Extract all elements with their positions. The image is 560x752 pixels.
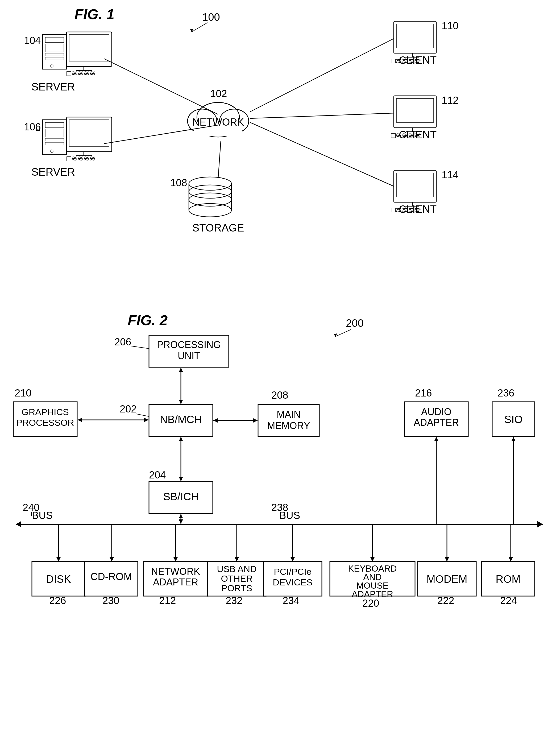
svg-point-50 [189,203,232,217]
svg-text:MEMORY: MEMORY [267,420,310,431]
svg-line-2 [192,23,207,32]
svg-marker-124 [179,477,183,481]
svg-text:CLIENT: CLIENT [399,203,437,215]
svg-text:NETWORK: NETWORK [192,117,244,128]
svg-marker-103 [213,418,218,422]
svg-marker-136 [179,519,183,524]
svg-text:DEVICES: DEVICES [273,577,312,587]
svg-text:SB/ICH: SB/ICH [163,491,198,502]
page: FIG. 1 100 □≋≋≋≋ SERVER 104 [0,0,560,752]
svg-line-79 [250,113,394,118]
svg-point-23 [51,150,53,153]
svg-text:110: 110 [442,20,458,32]
svg-line-81 [218,141,221,178]
svg-rect-20 [45,129,64,137]
fig1-diagram: FIG. 1 100 □≋≋≋≋ SERVER 104 [0,0,560,306]
svg-text:222: 222 [437,595,454,606]
svg-rect-19 [45,122,64,128]
svg-text:USB AND: USB AND [217,564,257,574]
svg-rect-21 [45,138,64,141]
svg-text:208: 208 [271,390,288,401]
svg-rect-69 [394,170,436,202]
svg-text:UNIT: UNIT [178,351,200,361]
svg-text:206: 206 [114,336,131,348]
svg-text:108: 108 [170,177,187,189]
svg-text:OTHER: OTHER [221,573,253,583]
svg-text:PROCESSOR: PROCESSOR [16,417,74,428]
svg-point-51 [189,185,232,198]
svg-point-9 [51,65,53,67]
svg-rect-63 [396,98,434,122]
svg-marker-142 [174,557,178,561]
svg-text:106: 106 [24,121,41,133]
svg-text:220: 220 [362,598,379,609]
svg-marker-135 [179,514,183,518]
svg-rect-55 [394,21,436,53]
svg-line-94 [136,414,149,416]
svg-text:112: 112 [442,95,458,106]
svg-rect-5 [45,37,64,43]
svg-text:FIG. 1: FIG. 1 [75,6,114,22]
svg-text:NB/MCH: NB/MCH [160,414,202,425]
svg-marker-154 [434,437,438,441]
svg-text:216: 216 [415,388,432,399]
svg-text:224: 224 [500,595,517,606]
svg-rect-56 [396,24,434,48]
svg-text:238: 238 [271,502,288,513]
svg-marker-148 [370,557,375,561]
svg-text:MODEM: MODEM [426,573,467,585]
svg-text:SERVER: SERVER [32,166,75,178]
svg-text:GRAPHICS: GRAPHICS [22,407,69,417]
svg-text:ROM: ROM [496,573,520,585]
svg-text:SIO: SIO [504,414,523,425]
svg-text:240: 240 [23,502,39,513]
svg-point-47 [189,177,232,190]
svg-text:230: 230 [102,595,119,606]
svg-text:PORTS: PORTS [221,583,253,593]
svg-line-90 [131,346,149,349]
svg-text:ADAPTER: ADAPTER [153,577,198,588]
svg-text:PCI/PCIe: PCI/PCIe [274,567,312,577]
svg-marker-138 [56,557,61,561]
svg-rect-8 [45,57,64,60]
svg-line-80 [250,122,394,186]
svg-marker-152 [509,557,513,561]
svg-rect-70 [396,173,434,197]
svg-line-84 [335,330,351,337]
svg-text:STORAGE: STORAGE [192,222,244,234]
svg-rect-62 [394,96,436,128]
svg-text:CD-ROM: CD-ROM [91,571,132,582]
svg-rect-7 [45,53,64,56]
svg-marker-140 [109,557,114,561]
svg-text:236: 236 [498,388,514,399]
svg-rect-22 [45,142,64,145]
fig2-diagram: FIG. 2 200 PROCESSING UNIT 206 NB/MCH 20… [0,306,560,752]
svg-text:234: 234 [282,595,299,606]
svg-marker-144 [235,557,239,561]
svg-text:ADAPTER: ADAPTER [414,417,459,428]
svg-line-78 [250,39,394,112]
svg-text:SERVER: SERVER [32,81,75,93]
svg-text:202: 202 [120,403,137,415]
svg-text:AUDIO: AUDIO [421,406,452,417]
svg-text:FIG. 2: FIG. 2 [128,312,167,328]
svg-text:104: 104 [24,35,41,46]
svg-marker-96 [179,368,183,372]
svg-marker-110 [78,418,82,422]
svg-text:NETWORK: NETWORK [151,566,200,577]
svg-text:100: 100 [202,11,220,23]
svg-marker-104 [253,418,258,422]
svg-text:DISK: DISK [46,573,71,585]
svg-text:PROCESSING: PROCESSING [157,339,221,350]
svg-marker-123 [179,437,183,441]
svg-rect-11 [69,35,109,61]
svg-line-76 [104,59,218,114]
svg-text:□≋≋≋≋: □≋≋≋≋ [66,69,96,77]
svg-text:102: 102 [210,88,227,99]
svg-text:114: 114 [442,169,458,180]
svg-text:212: 212 [159,595,176,606]
svg-marker-127 [537,521,543,528]
svg-text:200: 200 [346,317,364,329]
svg-marker-3 [190,29,194,32]
svg-text:□≋≋≋≋: □≋≋≋≋ [66,154,96,163]
